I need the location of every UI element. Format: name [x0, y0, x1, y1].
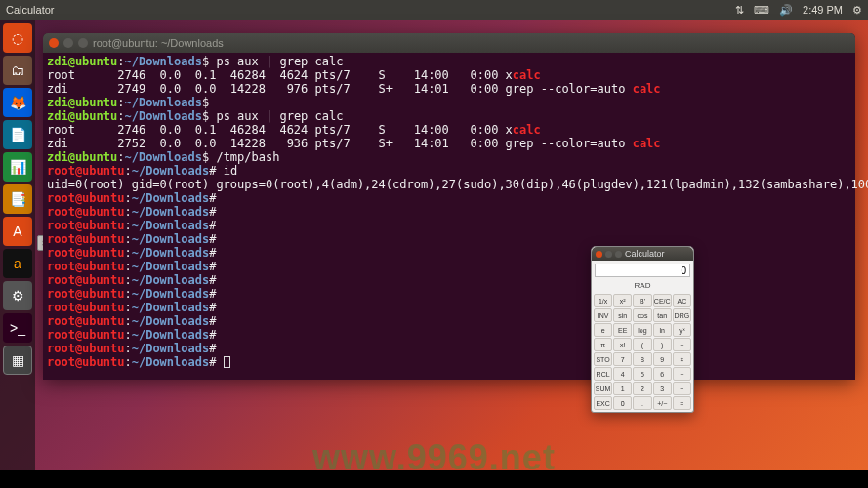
calculator-display: 0 — [595, 264, 690, 277]
terminal-body[interactable]: zdi@ubuntu:~/Downloads$ ps aux | grep ca… — [43, 53, 855, 371]
network-icon[interactable]: ⇅ — [735, 4, 744, 17]
watermark: www.9969.net — [0, 437, 868, 478]
calc-key[interactable]: INV — [594, 308, 612, 322]
launcher-impress[interactable]: 📑 — [3, 184, 32, 214]
launcher-calc-sheet[interactable]: 📊 — [3, 152, 32, 182]
calc-key[interactable]: ) — [653, 338, 672, 351]
menubar-title: Calculator — [6, 4, 735, 16]
calc-key[interactable]: SUM — [594, 382, 612, 395]
calc-key[interactable]: DRG — [673, 308, 691, 322]
launcher-firefox[interactable]: 🦊 — [3, 88, 32, 117]
unity-launcher: ◌ 🗂 🦊 📄 📊 📑 A a ⚙ >_ ▦ — [0, 20, 35, 488]
calc-key[interactable]: +/− — [653, 396, 672, 410]
system-tray: ⇅ ⌨ 🔊 2:49 PM ⚙ — [735, 4, 862, 17]
calc-key[interactable]: ln — [653, 323, 672, 337]
calculator-title: Calculator — [625, 249, 665, 259]
close-icon[interactable] — [596, 251, 602, 258]
launcher-writer[interactable]: 📄 — [3, 120, 32, 149]
calc-key[interactable]: cos — [633, 308, 651, 322]
minimize-icon[interactable] — [63, 38, 73, 48]
calc-key[interactable]: ( — [633, 338, 651, 351]
calculator-titlebar[interactable]: Calculator — [592, 247, 693, 261]
terminal-title: root@ubuntu: ~/Downloads — [93, 37, 224, 49]
calc-key[interactable]: + — [673, 382, 691, 395]
calc-key[interactable]: − — [673, 367, 691, 381]
launcher-software[interactable]: A — [3, 217, 32, 246]
volume-icon[interactable]: 🔊 — [779, 4, 793, 17]
launcher-files[interactable]: 🗂 — [3, 56, 32, 85]
calc-key[interactable]: RCL — [594, 367, 612, 381]
calc-key[interactable]: e — [594, 323, 612, 337]
calc-key[interactable]: 4 — [613, 367, 632, 381]
calc-key[interactable]: log — [633, 323, 651, 337]
calc-key[interactable]: AC — [673, 294, 691, 307]
calc-key[interactable]: yˣ — [673, 323, 691, 337]
keyboard-icon[interactable]: ⌨ — [754, 4, 769, 17]
calc-key[interactable]: EXC — [594, 396, 612, 410]
launcher-calculator[interactable]: ▦ — [3, 346, 32, 375]
calculator-keypad: 1/xx²B'CE/CACINVsincostanDRGeEEloglnyˣπx… — [592, 292, 693, 412]
launcher-dash[interactable]: ◌ — [3, 23, 32, 53]
clock[interactable]: 2:49 PM — [803, 4, 843, 16]
calc-key[interactable]: π — [594, 338, 612, 351]
calc-key[interactable]: sin — [613, 308, 632, 322]
calc-key[interactable]: 9 — [653, 352, 672, 366]
calc-key[interactable]: B' — [633, 294, 651, 307]
calc-key[interactable]: 6 — [653, 367, 672, 381]
gear-icon[interactable]: ⚙ — [852, 4, 862, 17]
minimize-icon[interactable] — [605, 251, 612, 258]
calc-key[interactable]: CE/C — [653, 294, 672, 307]
terminal-titlebar[interactable]: root@ubuntu: ~/Downloads — [43, 33, 855, 53]
calc-key[interactable]: 0 — [613, 396, 632, 410]
calc-key[interactable]: = — [673, 396, 691, 410]
maximize-icon[interactable] — [78, 38, 88, 48]
calc-key[interactable]: tan — [653, 308, 672, 322]
launcher-terminal[interactable]: >_ — [3, 313, 32, 343]
calc-key[interactable]: x! — [613, 338, 632, 351]
calc-key[interactable]: STO — [594, 352, 612, 366]
calc-key[interactable]: 1/x — [594, 294, 612, 307]
launcher-settings[interactable]: ⚙ — [3, 281, 32, 310]
calculator-window[interactable]: Calculator 0 RAD 1/xx²B'CE/CACINVsincost… — [591, 246, 694, 413]
terminal-window[interactable]: root@ubuntu: ~/Downloads zdi@ubuntu:~/Do… — [43, 33, 855, 380]
calc-key[interactable]: EE — [613, 323, 632, 337]
calc-key[interactable]: 3 — [653, 382, 672, 395]
calc-key[interactable]: 2 — [633, 382, 651, 395]
calc-key[interactable]: . — [633, 396, 651, 410]
calc-key[interactable]: 1 — [613, 382, 632, 395]
maximize-icon[interactable] — [615, 251, 622, 258]
calculator-mode[interactable]: RAD — [592, 280, 693, 292]
calc-key[interactable]: × — [673, 352, 691, 366]
calc-key[interactable]: 5 — [633, 367, 651, 381]
calc-key[interactable]: ÷ — [673, 338, 691, 351]
calc-key[interactable]: 7 — [613, 352, 632, 366]
calc-key[interactable]: x² — [613, 294, 632, 307]
launcher-amazon[interactable]: a — [3, 249, 32, 278]
close-icon[interactable] — [49, 38, 59, 48]
top-menubar: Calculator ⇅ ⌨ 🔊 2:49 PM ⚙ — [0, 0, 868, 20]
calc-key[interactable]: 8 — [633, 352, 651, 366]
